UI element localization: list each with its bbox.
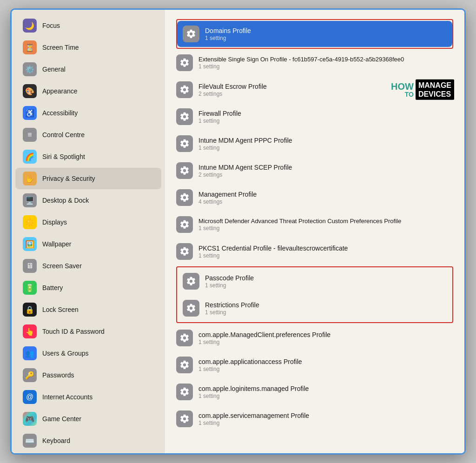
profile-item-applicationaccess[interactable]: com.apple.applicationaccess Profile1 set…	[171, 352, 459, 378]
extensible-sso-settings: 1 setting	[198, 63, 453, 70]
servicemanagement-settings: 1 setting	[198, 420, 453, 426]
main-content: Domains Profile1 setting Extensible Sing…	[165, 10, 464, 453]
game-center-label: Game Center	[42, 415, 81, 423]
game-center-icon: 🎮	[23, 412, 37, 426]
appearance-label: Appearance	[42, 87, 78, 95]
sidebar-item-users-groups[interactable]: 👥Users & Groups	[15, 343, 161, 364]
profile-item-firewall-profile[interactable]: Firewall Profile1 setting	[171, 104, 459, 130]
internet-accounts-label: Internet Accounts	[42, 393, 93, 401]
profile-item-filevault-escrow[interactable]: FileVault Escrow Profile2 settings	[171, 77, 459, 103]
displays-label: Displays	[42, 218, 67, 226]
screen-time-label: Screen Time	[42, 44, 79, 51]
profile-item-loginitems[interactable]: com.apple.loginitems.managed Profile1 se…	[171, 379, 459, 405]
domains-profile-name: Domains Profile	[205, 27, 447, 34]
applicationaccess-name: com.apple.applicationaccess Profile	[198, 358, 453, 365]
sidebar-item-siri-spotlight[interactable]: 🌈Siri & Spotlight	[15, 146, 161, 167]
accessibility-icon: ♿	[23, 106, 37, 120]
intune-pppc-text: Intune MDM Agent PPPC Profile1 setting	[198, 137, 453, 151]
sidebar-item-lock-screen[interactable]: 🔒Lock Screen	[15, 299, 161, 320]
profile-item-management-profile[interactable]: Management Profile4 settings	[171, 185, 459, 211]
intune-pppc-icon	[176, 135, 193, 152]
restrictions-profile-icon	[183, 300, 199, 317]
sidebar-item-privacy-security[interactable]: ✋Privacy & Security	[15, 168, 161, 189]
keyboard-icon: ⌨️	[23, 434, 37, 448]
lock-screen-label: Lock Screen	[42, 306, 79, 313]
profile-item-managed-client[interactable]: com.apple.ManagedClient.preferences Prof…	[171, 325, 459, 351]
restrictions-profile-name: Restrictions Profile	[205, 301, 447, 309]
profile-list: Domains Profile1 setting Extensible Sing…	[165, 19, 464, 432]
accessibility-label: Accessibility	[42, 109, 78, 117]
firewall-profile-text: Firewall Profile1 setting	[198, 110, 453, 124]
sidebar-item-trackpad[interactable]: 🖱️Trackpad	[15, 452, 161, 453]
extensible-sso-name: Extensible Single Sign On Profile - fc61…	[198, 56, 431, 63]
firewall-profile-settings: 1 setting	[198, 118, 453, 124]
profile-item-restrictions-profile[interactable]: Restrictions Profile1 setting	[177, 295, 452, 321]
profile-item-pkcs1[interactable]: PKCS1 Credential Profile - filevaultescr…	[171, 238, 459, 265]
pkcs1-icon	[176, 243, 193, 260]
applicationaccess-icon	[176, 357, 193, 373]
sidebar-item-internet-accounts[interactable]: @Internet Accounts	[15, 386, 161, 408]
sidebar-item-passwords[interactable]: 🔑Passwords	[15, 364, 161, 386]
pkcs1-settings: 1 setting	[198, 252, 453, 259]
sidebar-item-desktop-dock[interactable]: 🖥️Desktop & Dock	[15, 190, 161, 211]
filevault-escrow-settings: 2 settings	[198, 91, 453, 97]
domains-profile-settings: 1 setting	[205, 35, 447, 41]
sidebar-item-control-centre[interactable]: ≡Control Centre	[15, 124, 161, 146]
servicemanagement-text: com.apple.servicemanagement Profile1 set…	[198, 412, 453, 426]
sidebar-item-focus[interactable]: 🌙Focus	[15, 15, 161, 36]
sidebar-item-game-center[interactable]: 🎮Game Center	[15, 408, 161, 430]
profile-item-intune-scep[interactable]: Intune MDM Agent SCEP Profile2 settings	[171, 158, 459, 184]
ms-defender-settings: 1 setting	[198, 225, 453, 232]
sidebar-item-screen-saver[interactable]: 🖥Screen Saver	[15, 255, 161, 277]
servicemanagement-name: com.apple.servicemanagement Profile	[198, 412, 453, 419]
internet-accounts-icon: @	[23, 390, 37, 404]
siri-spotlight-label: Siri & Spotlight	[42, 153, 85, 160]
intune-scep-settings: 2 settings	[198, 172, 453, 178]
domains-profile-icon	[183, 26, 199, 42]
managed-client-name: com.apple.ManagedClient.preferences Prof…	[198, 331, 453, 338]
sidebar-item-touch-id[interactable]: 👆Touch ID & Password	[15, 321, 161, 342]
profile-item-passcode-profile[interactable]: Passcode Profile1 setting	[177, 268, 452, 294]
managed-client-settings: 1 setting	[198, 339, 453, 345]
sidebar-item-wallpaper[interactable]: 🖼️Wallpaper	[15, 233, 161, 255]
sidebar-item-screen-time[interactable]: ⏳Screen Time	[15, 37, 161, 58]
general-label: General	[42, 66, 66, 73]
managed-client-icon	[176, 330, 193, 346]
profile-item-ms-defender[interactable]: Microsoft Defender Advanced Threat Prote…	[171, 212, 459, 238]
profile-item-domains-profile[interactable]: Domains Profile1 setting	[177, 21, 452, 47]
sidebar-item-battery[interactable]: 🔋Battery	[15, 277, 161, 298]
sidebar-item-accessibility[interactable]: ♿Accessibility	[15, 102, 161, 124]
control-centre-icon: ≡	[23, 128, 37, 142]
domains-profile-highlighted: Domains Profile1 setting	[176, 19, 453, 49]
profile-item-servicemanagement[interactable]: com.apple.servicemanagement Profile1 set…	[171, 406, 459, 432]
filevault-container: FileVault Escrow Profile2 settingsHOWTOM…	[171, 77, 459, 103]
screen-saver-icon: 🖥	[23, 259, 37, 273]
battery-label: Battery	[42, 284, 63, 291]
ms-defender-text: Microsoft Defender Advanced Threat Prote…	[198, 218, 453, 232]
sidebar-item-keyboard[interactable]: ⌨️Keyboard	[15, 430, 161, 451]
profile-item-extensible-sso[interactable]: Extensible Single Sign On Profile - fc61…	[171, 50, 459, 76]
displays-icon: ☀️	[23, 215, 37, 229]
filevault-escrow-text: FileVault Escrow Profile2 settings	[198, 83, 453, 97]
sidebar-item-general[interactable]: ⚙️General	[15, 59, 161, 80]
sidebar-item-appearance[interactable]: 🎨Appearance	[15, 80, 161, 102]
sidebar: 🌙Focus⏳Screen Time⚙️General🎨Appearance♿A…	[12, 10, 165, 453]
intune-pppc-name: Intune MDM Agent PPPC Profile	[198, 137, 453, 144]
ms-defender-name: Microsoft Defender Advanced Threat Prote…	[198, 218, 431, 225]
passcode-profile-name: Passcode Profile	[205, 274, 447, 282]
main-inner: Domains Profile1 setting Extensible Sing…	[165, 10, 464, 432]
battery-icon: 🔋	[23, 281, 37, 295]
focus-label: Focus	[42, 22, 60, 29]
passcode-restrictions-highlighted: Passcode Profile1 setting Restrictions P…	[176, 266, 453, 323]
wallpaper-icon: 🖼️	[23, 237, 37, 251]
firewall-profile-icon	[176, 108, 193, 125]
profile-item-intune-pppc[interactable]: Intune MDM Agent PPPC Profile1 setting	[171, 131, 459, 157]
sidebar-item-displays[interactable]: ☀️Displays	[15, 212, 161, 233]
managed-client-text: com.apple.ManagedClient.preferences Prof…	[198, 331, 453, 345]
intune-scep-name: Intune MDM Agent SCEP Profile	[198, 164, 453, 171]
applicationaccess-settings: 1 setting	[198, 366, 453, 372]
passcode-profile-settings: 1 setting	[205, 282, 447, 289]
loginitems-settings: 1 setting	[198, 393, 453, 399]
passcode-profile-text: Passcode Profile1 setting	[205, 274, 447, 289]
pkcs1-text: PKCS1 Credential Profile - filevaultescr…	[198, 245, 453, 259]
